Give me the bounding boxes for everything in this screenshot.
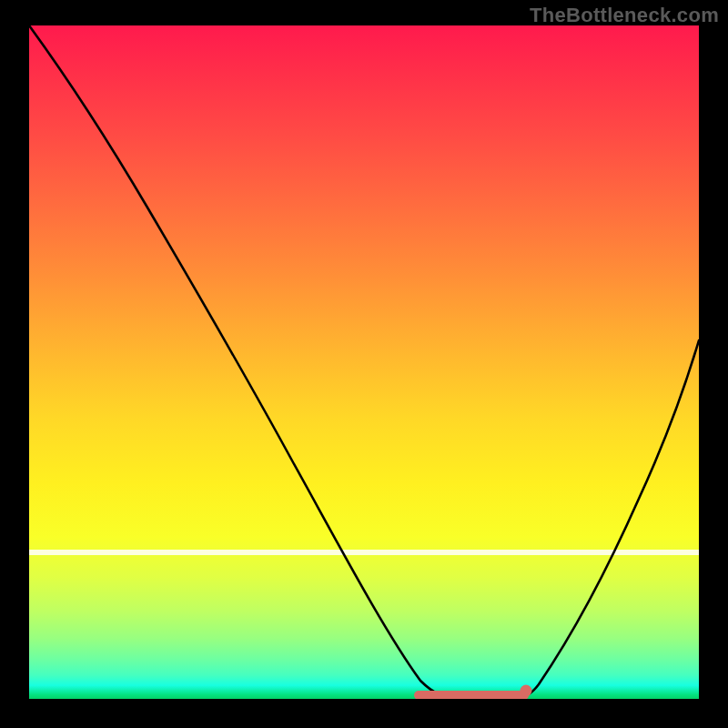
bottleneck-curve-svg [29, 25, 699, 699]
bottleneck-curve [29, 25, 699, 697]
curve-highlight-dot [521, 685, 532, 697]
chart-frame: TheBottleneck.com [0, 0, 728, 728]
plot-area [29, 25, 699, 699]
watermark-label: TheBottleneck.com [530, 4, 719, 27]
